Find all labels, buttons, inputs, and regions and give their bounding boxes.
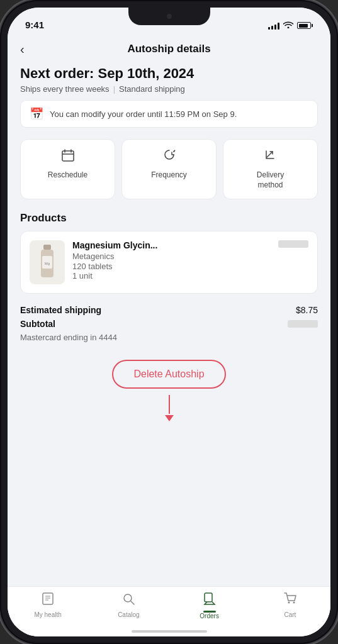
svg-line-13 — [131, 601, 134, 604]
screen: 9:41 — [8, 8, 330, 636]
product-info: Magnesium Glycin... Metagenics 120 table… — [72, 240, 271, 280]
svg-rect-4 — [43, 245, 51, 250]
page-header: ‹ Autoship details — [8, 35, 330, 60]
shipping-row: Estimated shipping $8.75 — [20, 305, 318, 315]
svg-rect-0 — [62, 151, 74, 161]
svg-text:Mg: Mg — [45, 262, 50, 265]
estimated-shipping-label: Estimated shipping — [20, 305, 101, 315]
notch — [128, 8, 210, 25]
tab-cart[interactable]: Cart — [250, 592, 330, 618]
modify-notice-text: You can modify your order until 11:59 PM… — [50, 109, 237, 119]
home-indicator — [132, 630, 207, 633]
delivery-method-button[interactable]: Delivery method — [223, 139, 318, 199]
delivery-icon — [264, 148, 278, 165]
frequency-icon — [162, 148, 176, 165]
svg-point-12 — [124, 594, 132, 602]
main-content: Next order: Sep 10th, 2024 Ships every t… — [8, 60, 330, 434]
delivery-method-label: Delivery method — [257, 170, 284, 190]
delete-section: Delete Autoship — [20, 357, 318, 421]
next-order-title: Next order: Sep 10th, 2024 — [20, 65, 318, 82]
shipping-method-text: Standard shipping — [119, 84, 185, 94]
modify-notice: 📅 You can modify your order until 11:59 … — [20, 100, 318, 128]
reschedule-button[interactable]: Reschedule — [20, 139, 115, 199]
product-price — [278, 240, 308, 248]
arrow-indicator — [165, 395, 174, 421]
status-icons — [268, 21, 313, 30]
svg-point-16 — [293, 602, 295, 604]
signal-bars-icon — [268, 22, 279, 30]
my-health-icon — [41, 592, 55, 609]
product-unit: 1 unit — [72, 271, 271, 280]
tab-my-health[interactable]: My health — [8, 592, 88, 618]
content-area: ‹ Autoship details Next order: Sep 10th,… — [8, 35, 330, 636]
product-name: Magnesium Glycin... — [72, 240, 271, 250]
back-button[interactable]: ‹ — [20, 42, 25, 57]
wifi-icon — [283, 21, 293, 30]
product-tablets: 120 tablets — [72, 262, 271, 271]
meta-divider: | — [113, 84, 115, 94]
estimated-shipping-value: $8.75 — [296, 305, 318, 315]
cart-icon — [283, 592, 297, 609]
product-brand: Metagenics — [72, 252, 271, 261]
arrow-line — [169, 395, 170, 414]
subtotal-row: Subtotal — [20, 319, 318, 329]
catalog-icon — [121, 592, 135, 609]
tab-catalog[interactable]: Catalog — [88, 592, 169, 618]
price-redacted — [278, 240, 308, 248]
tab-my-health-label: My health — [34, 611, 61, 618]
tab-bar: My health Catalog Orders — [8, 586, 330, 636]
notch-dot — [167, 14, 172, 19]
tab-orders[interactable]: Orders — [169, 592, 250, 619]
subtotal-value-redacted — [288, 320, 318, 328]
shipping-meta: Ships every three weeks | Standard shipp… — [20, 84, 318, 94]
status-time: 9:41 — [25, 19, 44, 30]
payment-method: Mastercard ending in 4444 — [20, 333, 318, 342]
battery-icon — [297, 22, 313, 29]
product-image: Mg — [30, 240, 65, 284]
pricing-section: Estimated shipping $8.75 Subtotal — [20, 305, 318, 329]
frequency-label: Frequency — [151, 170, 187, 180]
ships-every-text: Ships every three weeks — [20, 84, 110, 94]
reschedule-icon — [61, 148, 75, 165]
product-card: Mg Magnesium Glycin... Metagenics 120 ta… — [20, 231, 318, 294]
svg-rect-8 — [43, 593, 53, 604]
reschedule-label: Reschedule — [48, 170, 87, 180]
orders-icon — [202, 592, 217, 610]
phone-frame: 9:41 — [0, 0, 338, 644]
tab-catalog-label: Catalog — [118, 611, 139, 618]
delete-autoship-button[interactable]: Delete Autoship — [112, 360, 225, 389]
tab-orders-label: Orders — [200, 613, 219, 619]
actions-row: Reschedule Frequency — [20, 139, 318, 199]
svg-point-15 — [288, 602, 290, 604]
frequency-button[interactable]: Frequency — [121, 139, 217, 199]
subtotal-label: Subtotal — [20, 319, 55, 329]
products-section-title: Products — [20, 212, 318, 225]
page-title: Autoship details — [127, 43, 210, 55]
svg-rect-14 — [205, 593, 212, 602]
calendar-notice-icon: 📅 — [30, 107, 43, 121]
arrow-head — [165, 415, 174, 421]
tab-cart-label: Cart — [284, 611, 296, 618]
